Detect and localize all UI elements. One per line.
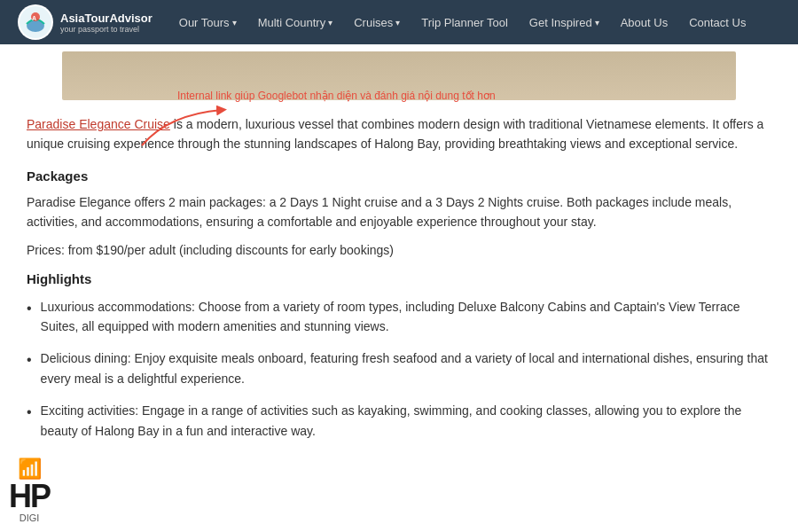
brand-logo: A [18,4,53,40]
highlights-heading: Highlights [27,271,771,286]
nav-item-contact-us[interactable]: Contact Us [680,11,755,35]
svg-text:A: A [32,15,36,21]
highlight-text-2: Delicious dining: Enjoy exquisite meals … [41,348,771,388]
bullet-icon: • [27,403,32,422]
packages-description: Paradise Elegance offers 2 main packages… [27,192,771,232]
brand-text: AsiaTourAdvisor your passport to travel [60,12,153,34]
list-item: • Exciting activities: Engage in a range… [27,401,771,441]
intro-paragraph: Paradise Elegance Cruise is a modern, lu… [27,114,771,154]
bullet-icon: • [27,350,32,370]
brand-tagline: your passport to travel [60,25,153,34]
list-item: • Luxurious accommodations: Choose from … [27,297,771,337]
intro-wrapper: Paradise Elegance Cruise is a modern, lu… [27,114,771,154]
navbar: A AsiaTourAdvisor your passport to trave… [0,0,798,44]
chevron-down-icon: ▾ [232,18,237,27]
nav-item-get-inspired[interactable]: Get Inspired ▾ [520,11,608,35]
nav-item-trip-planner[interactable]: Trip Planner Tool [412,11,517,35]
nav-menu: Our Tours ▾ Multi Country ▾ Cruises ▾ Tr… [170,11,755,35]
chevron-down-icon: ▾ [328,18,332,27]
nav-item-our-tours[interactable]: Our Tours ▾ [170,11,246,35]
highlight-text-3: Exciting activities: Engage in a range o… [41,401,771,441]
brand-name: AsiaTourAdvisor [60,12,153,25]
nav-item-multi-country[interactable]: Multi Country ▾ [249,11,342,35]
chevron-down-icon: ▾ [595,18,599,27]
list-item: • Delicious dining: Enjoy exquisite meal… [27,348,771,388]
price-text: Prices: from $190/per adult (including d… [27,243,771,257]
nav-item-cruises[interactable]: Cruises ▾ [345,11,409,35]
paradise-elegance-link[interactable]: Paradise Elegance Cruise [27,117,170,131]
seo-annotation-text: Internal link giúp Googlebot nhận diện v… [177,90,496,102]
highlight-text-1: Luxurious accommodations: Choose from a … [41,297,771,337]
main-content: Paradise Elegance Cruise is a modern, lu… [0,100,798,471]
brand-logo-link[interactable]: A AsiaTourAdvisor your passport to trave… [18,4,153,40]
nav-item-about-us[interactable]: About Us [612,11,677,35]
bullet-icon: • [27,299,32,318]
highlights-list: • Luxurious accommodations: Choose from … [27,297,771,441]
chevron-down-icon: ▾ [395,18,400,27]
packages-heading: Packages [27,168,771,184]
